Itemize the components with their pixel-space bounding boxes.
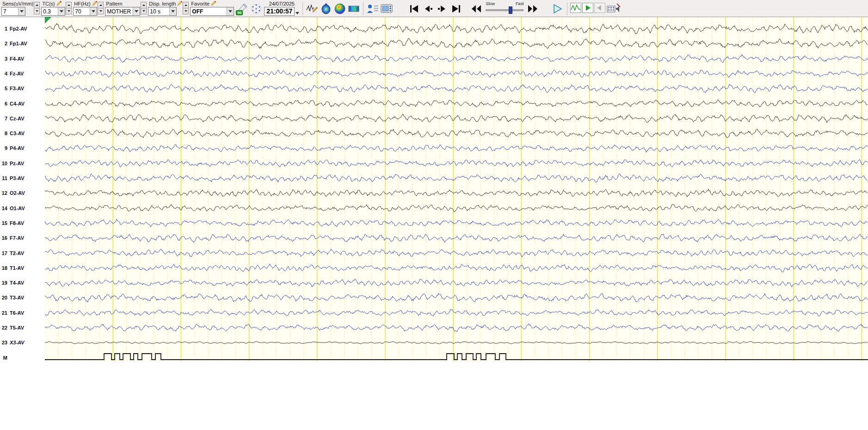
channel-label-row[interactable]: 15F8-AV	[0, 219, 45, 227]
pattern-combo[interactable]: MOTHER	[105, 7, 140, 16]
channel-label-row[interactable]: 21T6-AV	[0, 309, 45, 317]
marker-channel-label: M	[0, 354, 45, 361]
channel-label-row[interactable]: 17T2-AV	[0, 249, 45, 257]
display-length-spin-down-button[interactable]	[183, 8, 189, 14]
sphere-map-icon[interactable]	[333, 2, 346, 15]
favorite-combo[interactable]: OFF	[190, 7, 234, 16]
channel-label-row[interactable]: 7Cz-AV	[0, 115, 45, 122]
channel-name: F3-AV	[10, 86, 24, 91]
channel-name: F4-AV	[10, 56, 24, 62]
chevron-down-icon[interactable]	[227, 7, 234, 15]
channel-name: P4-AV	[10, 145, 25, 151]
channel-label-row[interactable]: 6C4-AV	[0, 100, 45, 107]
auto-advance-icon[interactable]	[582, 3, 593, 13]
favorite-control: Favorite OFF	[190, 1, 234, 16]
tc-combo[interactable]: 0.3	[41, 7, 65, 16]
tc-spin-up-button[interactable]	[66, 2, 72, 8]
skip-end-button[interactable]	[449, 2, 462, 15]
channel-name: X3-AV	[10, 340, 25, 345]
channel-name: F8-AV	[10, 220, 24, 226]
speed-slider-handle[interactable]	[509, 6, 512, 14]
speed-slider[interactable]: Slow Fast	[484, 1, 525, 15]
channel-label-row[interactable]: 16F7-AV	[0, 234, 45, 242]
notch-filter-button[interactable]: 50	[236, 2, 249, 15]
chevron-down-icon[interactable]	[133, 7, 140, 15]
hf-spinner	[98, 2, 104, 16]
speed-slider-track[interactable]	[486, 9, 523, 11]
edit-pencil-icon	[92, 1, 97, 7]
channel-label-row[interactable]: 2Fp1-AV	[0, 40, 45, 47]
channel-label-row[interactable]: 10Pz-AV	[0, 160, 45, 167]
sensitivity-spin-down-button[interactable]	[34, 8, 40, 14]
datetime-caret-icon[interactable]	[295, 12, 299, 14]
channel-label-row[interactable]: 4Fz-AV	[0, 70, 45, 77]
hf-label: HF(Hz)	[73, 1, 97, 7]
channel-name: Pz-AV	[10, 161, 24, 166]
channel-name: C3-AV	[10, 131, 25, 136]
channel-name: O2-AV	[10, 190, 25, 196]
chevron-down-icon[interactable]	[169, 7, 176, 15]
pattern-label: Pattern	[105, 1, 140, 7]
sensitivity-label: Sens(uV/mm)	[1, 1, 33, 7]
hf-combo[interactable]: 70	[73, 7, 97, 16]
step-forward-button[interactable]	[436, 2, 449, 15]
eeg-trace-area[interactable]	[45, 17, 868, 430]
sensitivity-spin-up-button[interactable]	[34, 2, 40, 8]
montage-settings-icon[interactable]	[606, 2, 621, 15]
channel-label-row[interactable]: 3F4-AV	[0, 55, 45, 62]
channel-label-row[interactable]: 22T5-AV	[0, 324, 45, 331]
electrode-map-icon[interactable]	[250, 2, 263, 15]
display-length-value: 10 s	[148, 8, 169, 15]
display-length-spin-up-button[interactable]	[183, 2, 189, 8]
channel-label-row[interactable]: 18T1-AV	[0, 264, 45, 272]
sensitivity-combo[interactable]: 7	[1, 7, 25, 16]
sensitivity-label-text: Sens(uV/mm)	[2, 1, 33, 7]
toolbar-separator	[363, 2, 363, 15]
tc-value: 0.3	[42, 8, 58, 15]
pattern-value: MOTHER	[105, 8, 133, 15]
display-length-combo[interactable]: 10 s	[148, 7, 177, 16]
channel-label-row[interactable]: 11P3-AV	[0, 174, 45, 182]
channel-label-row[interactable]: 1Fp2-AV	[0, 25, 45, 32]
channel-name: T6-AV	[10, 310, 24, 316]
annotation-icon[interactable]	[306, 2, 319, 15]
hf-spin-up-button[interactable]	[98, 2, 104, 8]
channel-number: 18	[0, 265, 7, 271]
play-button[interactable]	[550, 2, 564, 15]
channel-label-row[interactable]: 12O2-AV	[0, 189, 45, 197]
video-icon[interactable]	[380, 2, 393, 15]
pattern-spin-up-button[interactable]	[141, 2, 147, 8]
channel-label-row[interactable]: 23X3-AV	[0, 339, 45, 346]
wave-monitor-icon[interactable]	[570, 3, 581, 13]
channel-label-row[interactable]: 19T4-AV	[0, 279, 45, 287]
hf-spin-down-button[interactable]	[98, 8, 104, 14]
channel-label-row[interactable]: 9P4-AV	[0, 144, 45, 152]
channel-label-row[interactable]: 14O1-AV	[0, 205, 45, 212]
main-area: 1Fp2-AV2Fp1-AV3F4-AV4Fz-AV5F3-AV6C4-AV7C…	[0, 17, 868, 430]
chevron-down-icon[interactable]	[58, 7, 65, 15]
pattern-spin-down-button[interactable]	[141, 8, 147, 14]
display-length-control: Disp. length 10 s	[148, 1, 189, 16]
colorbar-icon[interactable]	[347, 2, 360, 15]
topography-map-icon[interactable]	[320, 2, 332, 15]
step-back-button[interactable]	[422, 2, 435, 15]
channel-name: Fz-AV	[10, 71, 24, 76]
chevron-down-icon[interactable]	[18, 7, 25, 15]
chevron-down-icon[interactable]	[90, 7, 97, 15]
edit-pencil-icon	[56, 1, 62, 7]
slow-label: Slow	[486, 1, 495, 6]
channel-label-row[interactable]: 20T3-AV	[0, 294, 45, 301]
tc-spin-down-button[interactable]	[66, 8, 72, 14]
channel-label-row[interactable]: 5F3-AV	[0, 85, 45, 92]
display-length-spinner	[183, 2, 189, 16]
patient-info-icon[interactable]	[366, 2, 379, 15]
skip-start-button[interactable]	[408, 2, 421, 15]
hf-label-text: HF(Hz)	[74, 1, 90, 7]
datetime-control[interactable]: 24/07/2025 21:00:57	[264, 1, 299, 16]
marker-label: M	[0, 355, 7, 361]
rewind-button[interactable]	[470, 2, 483, 15]
channel-label-row[interactable]: 8C3-AV	[0, 130, 45, 137]
channel-number: 11	[0, 175, 7, 181]
channel-name: T3-AV	[10, 295, 24, 300]
fast-forward-button[interactable]	[526, 2, 539, 15]
